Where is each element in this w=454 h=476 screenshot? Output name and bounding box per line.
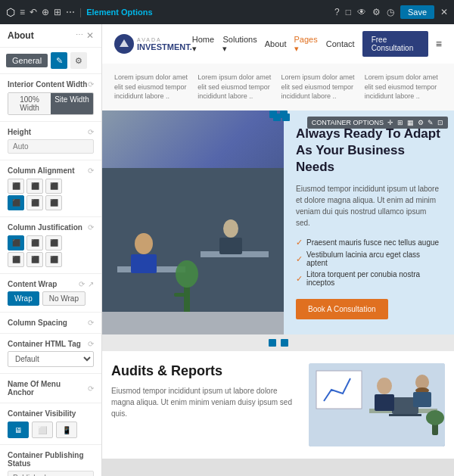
align-mid-left[interactable]: ⬛ [8,195,24,210]
checklist-item-2: ✓ Vestibulum lacinia arcu eget class apt… [296,249,442,269]
col-just-link-icon[interactable]: ⟳ [88,223,94,232]
nav-menu-icon[interactable]: ≡ [436,38,442,50]
spacing-link-icon[interactable]: ⟳ [88,319,94,327]
height-field[interactable]: Auto [8,139,94,154]
back-icon[interactable]: ↶ [30,7,37,17]
co-col-icon[interactable]: ⊞ [397,119,403,126]
nav-home[interactable]: Home ▾ [192,35,216,54]
interior-content-width-label: Interior Content Width [8,80,87,89]
width-100-btn[interactable]: 100% Width [8,93,51,114]
svg-point-8 [176,260,198,288]
co-move-icon[interactable]: ✛ [387,119,393,126]
vis-desktop-btn[interactable]: 🖥 [8,422,29,438]
canvas-area: AVADA INVESTMENT. Home ▾ Solutions ▾ Abo… [102,24,454,476]
history-icon[interactable]: ◷ [387,7,394,17]
align-row-2: ⬛ ⬛ ⬛ [8,195,94,210]
vis-mobile-btn[interactable]: 📱 [56,422,77,438]
container-options-bar: CONTAINER OPTIONS ✛ ⊞ ▦ ⚙ ✎ ⊡ [307,117,448,129]
card-1-text: Lorem ipsum dolor amet elit sed eiusmod … [114,73,191,101]
container-options-label: CONTAINER OPTIONS [312,119,384,126]
nav-about[interactable]: About [265,39,287,48]
anchor-link-icon[interactable]: ⟳ [88,384,94,393]
wrap-settings-icon[interactable]: ↗ [88,280,94,288]
publishing-status-section: Container Publishing Status Published [0,445,101,476]
just-left[interactable]: ⬛ [8,235,24,250]
content-wrap-section: Content Wrap ⟳ ↗ Wrap No Wrap [0,274,101,313]
align-mid-center[interactable]: ⬛ [26,195,43,210]
just-right[interactable]: ⬛ [45,235,62,250]
close-button[interactable]: ✕ [440,7,448,17]
tab-settings[interactable]: ⚙ [70,52,87,69]
element-options-label: Element Options [86,8,152,17]
blue-section-content: Always Ready To Adapt As Your Business N… [284,110,454,334]
nav-solutions[interactable]: Solutions ▾ [222,35,257,54]
book-consultation-button[interactable]: Book A Consultation [296,299,388,319]
top-dot-2 [280,110,288,118]
check-icon-1: ✓ [296,238,303,247]
just-space-between[interactable]: ⬛ [8,252,24,267]
blue-section-desc: Eiusmod tempor incididunt ipsum ut labor… [296,183,442,229]
vis-tablet-btn[interactable]: ⬜ [32,422,53,438]
content-cards: Lorem ipsum dolor amet elit sed eiusmod … [102,64,454,110]
col-align-link-icon[interactable]: ⟳ [88,166,94,175]
co-pencil-icon[interactable]: ✎ [428,119,434,126]
audits-office-svg [309,363,445,446]
just-space-evenly[interactable]: ⬛ [45,252,62,267]
logo-text-block: AVADA INVESTMENT. [137,37,192,51]
blue-section-heading: Always Ready To Adapt As Your Business N… [296,126,442,176]
just-row-1: ⬛ ⬛ ⬛ [8,235,94,250]
card-4-text: Lorem ipsum dolor amet elit sed eiusmod … [365,73,442,101]
card-1: Lorem ipsum dolor amet elit sed eiusmod … [111,70,194,104]
height-link-icon[interactable]: ⟳ [88,128,94,136]
nav-links: Home ▾ Solutions ▾ About Pages ▾ Contact… [192,31,442,57]
co-settings-icon[interactable]: ⚙ [418,119,424,126]
eye-icon[interactable]: 👁 [357,7,366,17]
just-center[interactable]: ⬛ [26,235,43,250]
wrap-btn[interactable]: Wrap [8,291,39,306]
tab-pencil[interactable]: ✎ [51,52,67,69]
align-top-center[interactable]: ⬛ [26,179,43,194]
add-icon[interactable]: ⊕ [42,7,49,17]
container-html-tag-label: Container HTML Tag [8,340,81,348]
logo-svg [118,38,130,50]
dots-icon[interactable]: ⋯ [66,7,75,17]
device-icon[interactable]: □ [346,7,351,17]
link-icon[interactable]: ⟳ [88,80,94,89]
co-copy-icon[interactable]: ⊡ [437,119,443,126]
grid-icon[interactable]: ⊞ [54,7,61,17]
top-bar-left: ⬡ ≡ ↶ ⊕ ⊞ ⋯ | Element Options [6,6,153,18]
panel-close-icon[interactable]: ✕ [86,30,94,41]
no-wrap-btn[interactable]: No Wrap [42,291,86,306]
column-justification-section: Column Justification ⟳ ⬛ ⬛ ⬛ ⬛ ⬛ ⬛ [0,217,101,274]
nav-cta-button[interactable]: Free Consultation [362,31,428,57]
container-html-tag-select[interactable]: Default [8,351,94,367]
align-top-right[interactable]: ⬛ [45,179,62,194]
container-html-tag-section: Container HTML Tag ⟳ Default [0,334,101,374]
check-icon-2: ✓ [296,254,303,264]
column-spacing-section: Column Spacing ⟳ [0,313,101,334]
wp-icon[interactable]: ⬡ [6,6,15,18]
blue-section: CONTAINER OPTIONS ✛ ⊞ ▦ ⚙ ✎ ⊡ [102,110,454,334]
audits-text: Audits & Reports Eiusmod tempor incididu… [111,363,300,446]
help-icon[interactable]: ? [334,7,340,17]
visibility-buttons: 🖥 ⬜ 📱 [8,422,94,438]
height-label: Height [8,128,31,136]
co-grid-icon[interactable]: ▦ [407,119,414,126]
save-button[interactable]: Save [400,5,434,19]
width-site-btn[interactable]: Site Width [51,93,93,114]
wrap-toggle: Wrap No Wrap [8,291,94,306]
nav-contact[interactable]: Contact [326,39,355,48]
justification-grid: ⬛ ⬛ ⬛ ⬛ ⬛ ⬛ [8,235,94,267]
align-mid-right[interactable]: ⬛ [45,195,62,210]
html-tag-link-icon[interactable]: ⟳ [88,340,94,348]
tab-general[interactable]: General [6,54,48,67]
top-bar-right: ? □ 👁 ⚙ ◷ Save ✕ [334,5,448,19]
just-space-around[interactable]: ⬛ [26,252,43,267]
settings-icon[interactable]: ⚙ [372,7,381,17]
align-top-left[interactable]: ⬛ [8,179,24,194]
wrap-link-icon[interactable]: ⟳ [79,280,85,288]
menu-icon[interactable]: ≡ [20,7,25,17]
column-justification-label: Column Justification [8,223,82,232]
nav-pages[interactable]: Pages ▾ [294,35,319,54]
dots-menu-icon[interactable]: ⋯ [76,30,83,41]
